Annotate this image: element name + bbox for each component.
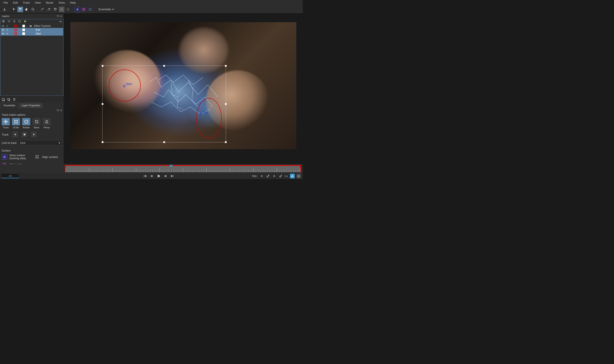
playback-bar: Key ALL A Ü (0, 173, 303, 179)
selection-handle-bl[interactable] (102, 141, 104, 143)
lock-header-icon[interactable] (13, 20, 15, 23)
step-forward-button[interactable] (163, 174, 168, 178)
visibility-icon[interactable] (1, 25, 4, 27)
matte-color-swatch[interactable] (22, 32, 25, 35)
add-key-button[interactable] (266, 174, 270, 178)
visibility-icon[interactable] (1, 28, 4, 31)
menu-track[interactable]: Track (20, 0, 32, 5)
playhead[interactable] (170, 165, 173, 167)
matte-color-swatch[interactable] (22, 25, 25, 27)
spline-color-swatch[interactable] (14, 25, 17, 27)
link-value: End (20, 141, 25, 144)
selection-handle-br[interactable] (225, 141, 227, 143)
hand-icon[interactable] (24, 7, 29, 12)
motion-scale-button[interactable] (12, 118, 20, 125)
tracker-end-shape[interactable] (196, 98, 222, 139)
motion-skew-button[interactable] (32, 118, 40, 125)
motion-rotate-button[interactable] (22, 118, 30, 125)
magnet-icon[interactable] (52, 7, 58, 12)
spline-color-swatch[interactable] (14, 28, 17, 31)
add-pointer-icon[interactable] (17, 7, 23, 12)
workspace-dropdown[interactable]: Essentials ▾ (97, 7, 116, 12)
new-layer-icon[interactable] (1, 98, 5, 102)
svg-point-12 (7, 26, 8, 26)
show-surface-button[interactable]: S (2, 154, 7, 160)
tracker-end-center[interactable] (199, 113, 202, 116)
autokey-u-button[interactable]: Ü (296, 174, 301, 178)
grid-toggle-icon[interactable] (81, 7, 87, 12)
selection-handle-ml[interactable] (102, 103, 104, 105)
selection-handle-tl[interactable] (102, 65, 104, 67)
panel-close-icon[interactable]: ✕ (60, 15, 62, 18)
motion-perspective-button[interactable] (43, 118, 51, 125)
process-header-icon[interactable] (7, 20, 11, 24)
current-frame-input[interactable] (2, 174, 19, 178)
panel-close-icon[interactable]: ✕ (60, 109, 62, 112)
track-stop-button[interactable] (22, 132, 27, 137)
pointer-icon[interactable] (11, 7, 17, 12)
canvas[interactable]: Start End (70, 22, 296, 149)
selection-handle-tc[interactable] (163, 65, 165, 67)
track-label: Track (2, 133, 9, 136)
save-icon[interactable] (2, 7, 7, 12)
zoom-icon[interactable] (30, 7, 36, 12)
selection-handle-mr[interactable] (225, 103, 227, 105)
timeline-ruler[interactable] (65, 165, 301, 172)
tracker-end-label: End (203, 111, 208, 114)
delete-layer-icon[interactable] (12, 98, 16, 102)
matte-header-icon[interactable] (24, 20, 27, 24)
menu-view[interactable]: View (32, 0, 43, 5)
step-back-button[interactable] (149, 174, 154, 178)
tool-disabled-icon[interactable] (65, 7, 71, 12)
duplicate-layer-icon[interactable] (7, 98, 11, 102)
layer-row-end[interactable]: End (1, 28, 63, 32)
visibility-header-icon[interactable] (2, 20, 5, 24)
next-key-button[interactable] (272, 174, 277, 178)
spline-color-swatch[interactable] (14, 32, 17, 35)
surface-toggle-icon[interactable]: S (75, 7, 80, 12)
align-surface-button[interactable] (34, 154, 40, 160)
align-icon[interactable] (87, 7, 93, 12)
prev-key-button[interactable] (259, 174, 264, 178)
panel-undock-icon[interactable]: ❐ (57, 15, 59, 18)
autokey-a-button[interactable]: A (290, 174, 295, 178)
link-to-track-dropdown[interactable]: End ▾ (18, 140, 62, 145)
layer-row-start[interactable]: Start (1, 32, 63, 36)
menu-movie[interactable]: Movie (43, 0, 56, 5)
matte-color-swatch[interactable] (22, 28, 25, 31)
selection-handle-tr[interactable] (225, 65, 227, 67)
layers-menu-icon[interactable]: ▾≡ (59, 20, 62, 23)
tab-essentials[interactable]: Essentials (1, 103, 18, 108)
menu-tools[interactable]: Tools (56, 0, 67, 5)
track-backward-button[interactable] (12, 132, 18, 137)
collapse-icon[interactable]: − (26, 25, 28, 27)
delete-key-button[interactable] (278, 174, 283, 178)
panel-undock-icon[interactable]: ❐ (57, 109, 59, 112)
visibility-icon[interactable] (1, 32, 4, 35)
process-icon[interactable] (6, 28, 9, 31)
tracker-start-center[interactable] (123, 85, 126, 88)
tool-x-icon[interactable] (59, 7, 64, 12)
selection-handle-bc[interactable] (163, 141, 165, 143)
process-icon[interactable] (6, 32, 9, 35)
menu-edit[interactable]: Edit (11, 0, 20, 5)
tab-layer-properties[interactable]: Layer Properties (19, 103, 43, 108)
menu-help[interactable]: Help (67, 0, 78, 5)
track-forward-button[interactable] (31, 132, 37, 137)
left-sidebar: Layers ❐ ✕ ▾≡ (0, 14, 64, 164)
add-point-icon[interactable] (46, 7, 52, 12)
motion-translate-button[interactable] (2, 118, 10, 125)
stop-button[interactable] (156, 174, 161, 178)
svg-point-0 (32, 8, 34, 10)
process-icon[interactable] (6, 25, 9, 27)
xspline-icon[interactable] (40, 7, 45, 12)
layer-group-row[interactable]: − Effect Trackers (1, 24, 63, 28)
svg-rect-18 (8, 98, 9, 100)
go-to-start-button[interactable] (143, 174, 147, 178)
tracker-start-label: Start (126, 82, 132, 86)
color-header-icon[interactable] (18, 20, 21, 24)
go-to-end-button[interactable] (170, 174, 175, 178)
show-grid-button[interactable] (2, 162, 7, 164)
viewport[interactable]: Start End (64, 14, 303, 164)
menu-file[interactable]: File (1, 0, 11, 5)
